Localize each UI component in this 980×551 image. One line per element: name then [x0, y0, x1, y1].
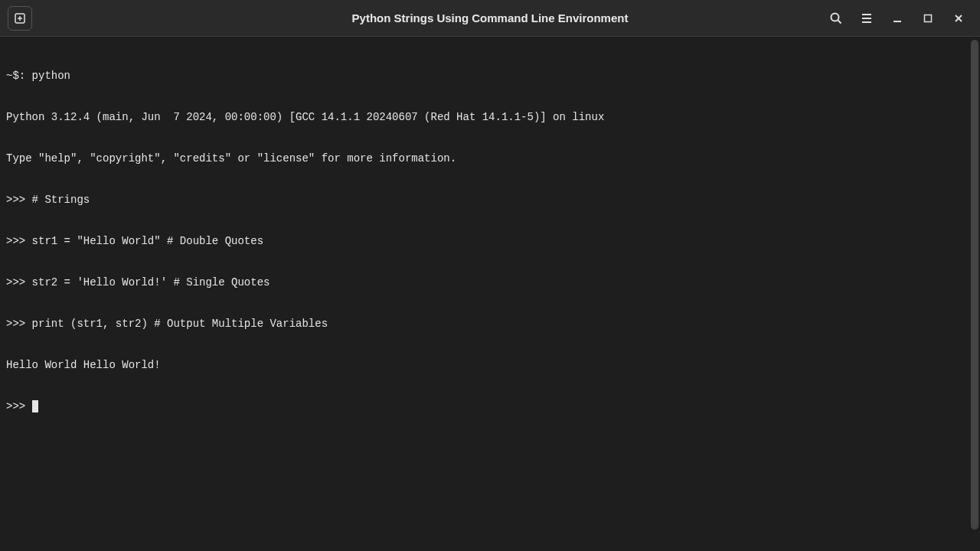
titlebar-right: [822, 5, 972, 32]
scrollbar[interactable]: [971, 40, 978, 530]
hamburger-icon: [860, 11, 874, 25]
svg-line-4: [838, 20, 841, 23]
search-button[interactable]: [822, 5, 850, 32]
terminal-line: >>> str1 = "Hello World" # Double Quotes: [6, 234, 974, 248]
terminal-line: >>> str2 = 'Hello World!' # Single Quote…: [6, 276, 974, 289]
cursor: [32, 400, 38, 412]
terminal-line: Hello World Hello World!: [6, 358, 974, 372]
new-tab-button[interactable]: [8, 6, 32, 31]
terminal-prompt: >>>: [6, 400, 32, 412]
titlebar: Python Strings Using Command Line Enviro…: [0, 0, 980, 37]
svg-point-3: [831, 13, 839, 21]
terminal-line: >>> print (str1, str2) # Output Multiple…: [6, 317, 974, 331]
maximize-button[interactable]: [914, 5, 942, 32]
minimize-icon: [892, 13, 903, 24]
window-title: Python Strings Using Command Line Enviro…: [352, 11, 629, 24]
terminal-line: ~$: python: [6, 69, 974, 83]
minimize-button[interactable]: [884, 5, 911, 32]
terminal-line: >>> # Strings: [6, 193, 974, 207]
terminal-line: Type "help", "copyright", "credits" or "…: [6, 152, 974, 165]
close-icon: [953, 13, 964, 24]
titlebar-left: [8, 6, 32, 31]
svg-rect-9: [925, 15, 932, 21]
maximize-icon: [923, 14, 933, 23]
plus-icon: [14, 12, 26, 24]
close-button[interactable]: [945, 5, 972, 32]
terminal-prompt-line: >>>: [6, 399, 974, 413]
search-icon: [829, 11, 843, 25]
terminal-line: Python 3.12.4 (main, Jun 7 2024, 00:00:0…: [6, 110, 974, 124]
menu-button[interactable]: [853, 5, 880, 32]
terminal-output[interactable]: ~$: python Python 3.12.4 (main, Jun 7 20…: [0, 37, 980, 551]
